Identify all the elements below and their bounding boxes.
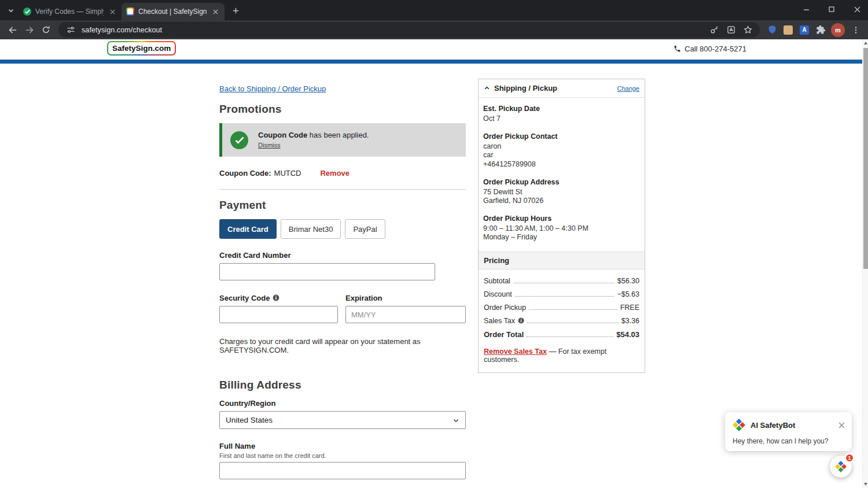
payment-method-tabs: Credit Card Brimar Net30 PayPal (219, 219, 466, 239)
menu-dots-icon[interactable] (848, 22, 863, 38)
price-value: −$5.63 (617, 290, 639, 298)
security-code-info-icon[interactable] (273, 294, 279, 301)
expiration-input[interactable] (345, 306, 466, 323)
alert-coupon-bold: Coupon Code (258, 131, 307, 139)
safetysign-logo[interactable]: SafetySign.com (107, 41, 176, 56)
site-info-icon[interactable] (65, 24, 76, 36)
translate-icon[interactable] (725, 24, 737, 36)
alert-text: Coupon Code has been applied. (258, 131, 369, 139)
safetybot-logo-icon (834, 460, 847, 473)
tab-close-icon[interactable] (211, 7, 220, 16)
price-value: $3.36 (621, 317, 639, 325)
dotted-leader (527, 323, 619, 323)
chat-launcher-button[interactable]: 1 (830, 456, 852, 478)
cc-number-field: Credit Card Number (219, 251, 466, 280)
phone-number[interactable]: Call 800-274-5271 (685, 45, 746, 53)
safetysign-favicon (126, 8, 134, 16)
maximize-button[interactable] (826, 4, 837, 14)
summary-title: Shipping / Pickup (494, 84, 557, 93)
tab-search-button[interactable] (3, 3, 19, 18)
shipping-summary-card: Shipping / Pickup Change Est. Pickup Dat… (478, 79, 645, 373)
minimize-button[interactable] (801, 4, 811, 14)
section-line: 75 Dewitt St (483, 188, 640, 197)
new-tab-button[interactable] (228, 3, 243, 18)
country-field: Country/Region United States (219, 399, 466, 429)
chat-header: AI SafetyBot (732, 418, 845, 432)
price-label: Order Total (484, 330, 524, 339)
chevron-down-icon (8, 7, 14, 14)
pricing-rows: Subtotal$56.30 Discount−$5.63 Order Pick… (479, 269, 645, 339)
tab-title: Checkout | SafetySign.com - Pa (138, 8, 207, 16)
full-name-input[interactable] (219, 462, 466, 479)
back-button[interactable] (5, 22, 20, 38)
extensions-puzzle-icon[interactable] (813, 23, 828, 38)
scrollbar-thumb[interactable] (863, 48, 868, 269)
alert-body: Coupon Code has been applied. Dismiss (258, 131, 369, 150)
change-link[interactable]: Change (617, 85, 639, 92)
scroll-up-arrow[interactable] (864, 42, 867, 45)
section-line: caron (483, 142, 640, 151)
price-label: Sales Tax (484, 317, 524, 325)
section-line: Oct 7 (483, 114, 640, 124)
bookmark-star-icon[interactable] (742, 24, 753, 36)
payment-tab-credit-card[interactable]: Credit Card (219, 219, 277, 239)
tab-title: Verify Codes — SimplyCodes (35, 8, 104, 16)
safetybot-logo-icon (732, 418, 746, 432)
tab-checkout[interactable]: Checkout | SafetySign.com - Pa (122, 3, 225, 20)
address-bar[interactable]: safetysign.com/checkout (58, 22, 760, 38)
chat-close-icon[interactable] (838, 422, 845, 428)
password-key-icon[interactable] (708, 24, 720, 36)
forward-button[interactable] (21, 22, 37, 38)
section-label: Order Pickup Hours (483, 215, 640, 223)
remove-sales-tax-line: Remove Sales Tax— For tax exempt custome… (479, 344, 645, 372)
chat-title: AI SafetyBot (751, 421, 795, 430)
payment-tab-brimar-net30[interactable]: Brimar Net30 (281, 219, 341, 239)
profile-avatar[interactable]: m (831, 23, 845, 37)
shield-extension-icon[interactable] (764, 23, 779, 38)
extension-icon-a[interactable]: A (797, 23, 812, 38)
chat-message: Hey there, how can I help you? (733, 437, 845, 445)
cc-number-input[interactable] (219, 263, 435, 280)
extension-icon-tan[interactable] (781, 23, 796, 38)
dismiss-link[interactable]: Dismiss (258, 142, 281, 149)
collapse-chevron-icon[interactable] (484, 85, 490, 91)
pricing-row-order-total: Order Total$54.03 (484, 330, 639, 339)
remove-coupon-link[interactable]: Remove (320, 169, 350, 178)
statement-note: Charges to your credit card will appear … (219, 337, 466, 354)
tab-strip: Verify Codes — SimplyCodes Checkout | Sa… (0, 0, 868, 20)
checkout-main: Back to Shipping / Order Pickup Promotio… (219, 83, 466, 488)
logo-text: SafetySign.com (108, 42, 175, 54)
header-phone[interactable]: Call 800-274-5271 (674, 45, 746, 53)
scroll-down-arrow[interactable] (864, 483, 867, 486)
price-value: FREE (620, 304, 639, 312)
checkout-page: SafetySign.com Call 800-274-5271 Back to… (0, 39, 868, 488)
security-code-input[interactable] (219, 306, 338, 323)
chat-popup: AI SafetyBot Hey there, how can I help y… (725, 412, 852, 451)
remove-sales-tax-link[interactable]: Remove Sales Tax (484, 347, 547, 356)
close-window-button[interactable] (852, 4, 862, 14)
country-selected-value: United States (226, 416, 273, 424)
security-code-label-text: Security Code (219, 294, 270, 302)
country-select[interactable]: United States (219, 411, 466, 429)
price-value: $54.03 (616, 330, 639, 339)
page-scrollbar[interactable] (862, 39, 868, 488)
billing-address-title: Billing Address (219, 379, 466, 391)
reload-button[interactable] (38, 22, 54, 38)
price-value: $56.30 (617, 277, 639, 285)
cc-number-label: Credit Card Number (219, 251, 466, 260)
tab-close-icon[interactable] (108, 7, 117, 16)
pricing-row-subtotal: Subtotal$56.30 (484, 277, 639, 285)
price-label-text: Sales Tax (484, 317, 515, 325)
back-to-shipping-link[interactable]: Back to Shipping / Order Pickup (219, 84, 326, 93)
payment-tab-paypal[interactable]: PayPal (345, 219, 385, 239)
tab-simplycodes[interactable]: Verify Codes — SimplyCodes (19, 3, 122, 20)
pickup-address-section: Order Pickup Address 75 Dewitt St Garfie… (483, 178, 640, 206)
url-text[interactable]: safetysign.com/checkout (82, 26, 703, 34)
section-line: 9:00 – 11:30 AM, 1:00 – 4:30 PM (483, 224, 640, 234)
sales-tax-info-icon[interactable] (518, 317, 524, 324)
security-code-label: Security Code (219, 294, 338, 302)
pricing-row-order-pickup: Order PickupFREE (484, 304, 639, 312)
full-name-label: Full Name (219, 442, 466, 450)
pickup-hours-section: Order Pickup Hours 9:00 – 11:30 AM, 1:00… (483, 215, 640, 242)
extension-a-label: A (802, 27, 806, 33)
